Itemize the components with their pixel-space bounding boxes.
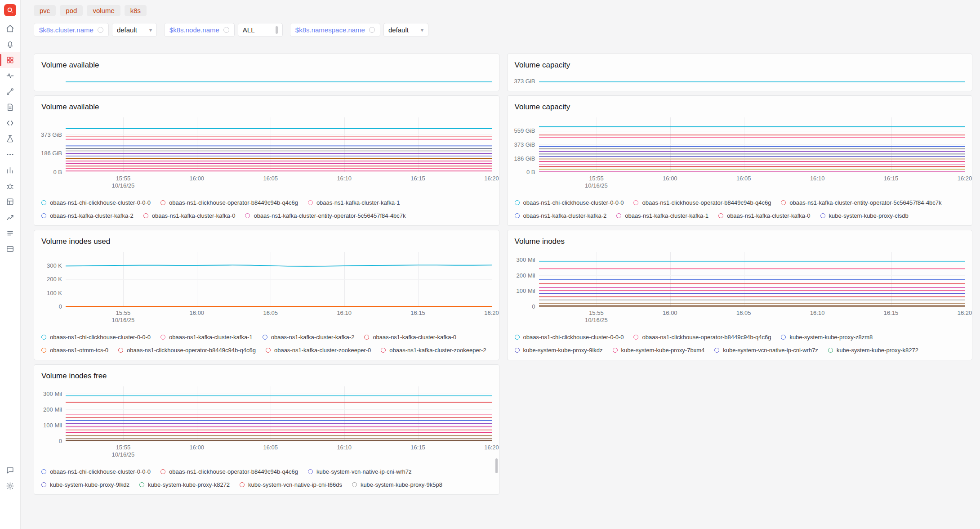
x-tick-label: 15:5510/16/25 [112,175,135,189]
chart-plot[interactable] [66,71,492,91]
cluster-select[interactable]: default ▾ [112,23,157,37]
chart-plot[interactable] [66,252,492,307]
legend-item[interactable]: kube-system-kube-proxy-clsdb [820,212,909,219]
legend-item[interactable]: kube-system-kube-proxy-k8272 [828,347,918,354]
legend-item[interactable]: obaas-ns1-clickhouse-operator-b8449c94b-… [160,199,298,206]
legend-series-marker [515,200,520,205]
legend-item[interactable]: obaas-ns1-kafka-cluster-kafka-2 [515,212,607,219]
namespace-select[interactable]: default ▾ [383,23,428,37]
legend-item[interactable]: kube-system-vcn-native-ip-cni-wrh7z [714,347,818,354]
sidebar-item-home[interactable] [0,21,20,36]
scrollbar-thumb[interactable] [495,458,498,473]
variable-name-cluster[interactable]: $k8s.cluster.name [34,23,109,37]
sidebar-item-pipelines[interactable] [0,225,20,241]
tag-pod[interactable]: pod [60,5,83,16]
legend-item[interactable]: obaas-ns1-clickhouse-operator-b8449c94b-… [633,199,771,206]
legend-item[interactable]: obaas-ns1-kafka-cluster-kafka-1 [160,334,253,341]
legend-item[interactable]: obaas-ns1-chi-clickhouse-cluster-0-0-0 [41,468,151,475]
legend-series-marker [364,335,369,340]
sidebar-bottom [0,462,20,494]
legend-item[interactable]: obaas-ns1-kafka-cluster-kafka-1 [616,212,708,219]
chart-plot[interactable] [66,117,492,172]
tag-pvc[interactable]: pvc [34,5,56,16]
sidebar-item-support[interactable] [0,462,20,478]
sidebar-item-api-monitoring[interactable] [0,115,20,131]
x-tick-label: 16:15 [884,309,899,317]
legend-item[interactable]: obaas-ns1-clickhouse-operator-b8449c94b-… [118,347,256,354]
sidebar-item-logs[interactable] [0,99,20,115]
node-select[interactable]: ALL [238,23,283,37]
legend-item[interactable]: obaas-ns1-chi-clickhouse-cluster-0-0-0 [515,334,624,341]
legend-item[interactable]: obaas-ns1-clickhouse-operator-b8449c94b-… [633,334,771,341]
legend-item[interactable]: obaas-ns1-kafka-cluster-entity-operator-… [245,212,405,219]
tag-k8s[interactable]: k8s [125,5,147,16]
legend-item[interactable]: obaas-ns1-kafka-cluster-kafka-1 [308,199,400,206]
legend-item[interactable]: kube-system-kube-proxy-9k5p8 [352,481,442,488]
legend-series-label: obaas-ns1-kafka-cluster-zookeeper-2 [389,347,486,354]
legend-item[interactable]: obaas-ns1-clickhouse-operator-b8449c94b-… [160,468,298,475]
legend-item[interactable]: kube-system-kube-proxy-k8272 [139,481,230,488]
legend-item[interactable]: kube-system-kube-proxy-7bxm4 [613,347,705,354]
app-logo[interactable] [4,4,16,16]
legend-series-label: obaas-ns1-kafka-cluster-zookeeper-0 [274,347,371,354]
legend-item[interactable]: kube-system-kube-proxy-9lkdz [515,347,603,354]
home-icon [6,24,14,33]
variable-name-node[interactable]: $k8s.node.name [164,23,235,37]
legend-series-label: obaas-ns1-chi-clickhouse-cluster-0-0-0 [50,468,151,475]
x-tick-label: 15:5510/16/25 [112,444,135,458]
logs-icon [6,103,14,112]
legend-item[interactable]: obaas-ns1-chi-clickhouse-cluster-0-0-0 [41,334,151,341]
legend-item[interactable]: kube-system-vcn-native-ip-cni-wrh7z [308,468,412,475]
legend-item[interactable]: kube-system-vcn-native-ip-cni-t66ds [240,481,342,488]
credit-card-icon [6,245,14,253]
chart-plot[interactable] [539,117,965,172]
legend-series-label: obaas-ns1-clickhouse-operator-b8449c94b-… [169,468,298,475]
sidebar-item-exceptions[interactable] [0,178,20,194]
sidebar-item-notifications[interactable] [0,36,20,52]
legend-series-label: obaas-ns1-kafka-cluster-kafka-0 [727,212,811,219]
y-tick-label: 0 B [526,169,535,175]
chart-plot[interactable] [539,71,965,91]
chevron-down-icon: ▾ [149,27,152,33]
sidebar-item-billing[interactable] [0,241,20,257]
sidebar-item-services[interactable] [0,68,20,84]
sidebar [0,0,21,529]
sidebar-item-trends[interactable] [0,210,20,225]
panel-volume-available-top: Volume available [34,54,499,91]
legend-item[interactable]: obaas-ns1-kafka-cluster-entity-operator-… [781,199,941,206]
legend-item[interactable]: obaas-ns1-kafka-cluster-kafka-0 [718,212,811,219]
legend-item[interactable]: obaas-ns1-kafka-cluster-kafka-2 [41,212,134,219]
legend-item[interactable]: kube-system-kube-proxy-9lkdz [41,481,129,488]
legend-item[interactable]: kube-system-kube-proxy-z8zm8 [781,334,873,341]
sidebar-item-more-options[interactable] [0,147,20,162]
chart-plot[interactable] [539,252,965,307]
sidebar-item-integrations[interactable] [0,194,20,210]
sidebar-item-traces[interactable] [0,84,20,99]
y-axis: 373 GiB186 GiB0 B [41,117,66,172]
y-tick-label: 0 B [53,169,62,175]
x-tick-label: 16:20 [484,309,499,317]
legend-item[interactable]: obaas-ns1-kafka-cluster-kafka-0 [143,212,236,219]
legend-series-marker [714,348,719,353]
legend-series-label: obaas-ns1-kafka-cluster-kafka-1 [625,212,708,219]
chart-legend: obaas-ns1-chi-clickhouse-cluster-0-0-0ob… [515,334,965,358]
legend-item[interactable]: obaas-ns1-otmm-tcs-0 [41,347,108,354]
legend-item[interactable]: obaas-ns1-kafka-cluster-kafka-0 [364,334,456,341]
panel-volume-capacity-top: Volume capacity 373 GiB [507,54,973,91]
legend-item[interactable]: obaas-ns1-kafka-cluster-zookeeper-0 [266,347,371,354]
y-tick-label: 0 [532,303,535,310]
legend-item[interactable]: obaas-ns1-chi-clickhouse-cluster-0-0-0 [515,199,624,206]
chart-plot[interactable] [66,386,492,441]
tag-volume[interactable]: volume [87,5,120,16]
legend-item[interactable]: obaas-ns1-kafka-cluster-zookeeper-2 [381,347,486,354]
select-scrollbar[interactable] [276,26,278,34]
sidebar-item-settings[interactable] [0,478,20,494]
sidebar-item-messaging-queues[interactable] [0,131,20,147]
legend-item[interactable]: obaas-ns1-chi-clickhouse-cluster-0-0-0 [41,199,151,206]
x-tick-label: 16:00 [663,309,677,317]
legend-item[interactable]: obaas-ns1-kafka-cluster-kafka-2 [263,334,355,341]
sidebar-item-dashboards[interactable] [0,52,20,68]
variable-name-namespace[interactable]: $k8s.namespace.name [290,23,380,37]
variable-status-icon [98,27,103,33]
sidebar-item-metrics[interactable] [0,162,20,178]
